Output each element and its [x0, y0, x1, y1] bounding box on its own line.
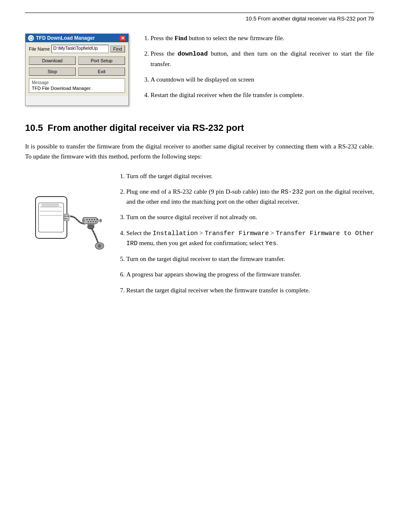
bottom-instructions-ol: Turn off the target digital receiver. Pl…: [117, 171, 374, 295]
svg-point-6: [65, 215, 66, 216]
svg-point-7: [66, 215, 67, 216]
section-title: From another digital receiver via RS-232…: [48, 123, 244, 133]
top-instruction-3: A countdown will be displayed on screen: [151, 75, 374, 84]
bottom-instruction-6: A progress bar appears showing the progr…: [126, 270, 374, 279]
tfd-file-row: File Name D:\MyTask\TopfieldUp Find: [29, 45, 125, 53]
section-bottom: Turn off the target digital receiver. Pl…: [25, 171, 374, 301]
tfd-stop-button[interactable]: Stop: [29, 67, 76, 76]
svg-point-12: [87, 219, 88, 220]
svg-point-14: [92, 219, 93, 220]
svg-point-15: [94, 219, 95, 220]
svg-point-20: [95, 221, 97, 222]
tfd-close-button[interactable]: ✕: [119, 35, 126, 41]
svg-rect-11: [42, 204, 59, 206]
tfd-body: File Name D:\MyTask\TopfieldUp Find Down…: [26, 42, 128, 96]
svg-point-19: [93, 221, 94, 222]
section-body-text: It is possible to transfer the firmware …: [25, 141, 374, 161]
bottom-instruction-1: Turn off the target digital receiver.: [126, 171, 374, 181]
tfd-port-setup-button[interactable]: Port Setup: [78, 56, 125, 65]
tfd-message-text: TFD File Download Manager.: [32, 86, 122, 91]
top-instructions-ol: Press the Find button to select the new …: [141, 33, 374, 100]
page-header-text: 10.5 From another digital receiver via R…: [246, 15, 374, 22]
tfd-title-text: TFD DownLoad Manager: [36, 35, 95, 41]
tfd-file-label: File Name: [29, 46, 50, 51]
tfd-download-button[interactable]: Download: [29, 56, 76, 65]
page: 10.5 From another digital receiver via R…: [0, 0, 399, 532]
svg-point-22: [83, 220, 84, 221]
tfd-file-input[interactable]: D:\MyTask\TopfieldUp: [51, 45, 108, 53]
tfd-exit-button[interactable]: Exit: [78, 67, 125, 76]
tfd-window: ⬡ TFD DownLoad Manager ✕ File Name D:\My…: [25, 33, 129, 106]
svg-rect-1: [38, 203, 64, 232]
svg-point-13: [89, 219, 90, 220]
section-number: 10.5: [25, 123, 43, 133]
svg-point-18: [90, 221, 92, 222]
svg-point-10: [66, 218, 67, 219]
section-top: ⬡ TFD DownLoad Manager ✕ File Name D:\My…: [25, 33, 374, 106]
svg-point-24: [100, 220, 101, 221]
page-header: 10.5 From another digital receiver via R…: [25, 13, 374, 22]
top-instruction-4: Restart the digital receiver when the fi…: [151, 90, 374, 100]
tfd-title-icon: ⬡: [28, 35, 34, 41]
top-instruction-1: Press the Find button to select the new …: [151, 33, 374, 43]
svg-point-9: [65, 218, 66, 219]
tfd-titlebar: ⬡ TFD DownLoad Manager ✕: [26, 34, 128, 42]
svg-point-16: [97, 219, 98, 220]
top-instruction-2: Press the download button, and then turn…: [151, 49, 374, 69]
svg-point-8: [68, 215, 69, 216]
bottom-instructions-list: Turn off the target digital receiver. Pl…: [117, 171, 374, 301]
svg-point-29: [99, 245, 100, 246]
tfd-bottom-buttons-row: Stop Exit: [29, 67, 125, 76]
cable-illustration: [29, 176, 113, 259]
tfd-titlebar-left: ⬡ TFD DownLoad Manager: [28, 35, 95, 41]
svg-point-17: [88, 221, 89, 222]
bottom-instruction-7: Restart the target digital receiver when…: [126, 286, 374, 295]
tfd-find-button[interactable]: Find: [110, 46, 125, 52]
top-instructions-list: Press the Find button to select the new …: [141, 33, 374, 106]
bottom-instruction-5: Turn on the target digital receiver to s…: [126, 254, 374, 264]
tfd-message-label: Message: [32, 80, 122, 85]
bottom-instruction-2: Plug one end of a RS-232 cable (9 pin D-…: [126, 187, 374, 207]
image-area: [25, 171, 117, 259]
svg-rect-5: [64, 214, 69, 221]
bottom-instruction-3: Turn on the source digital receiver if n…: [126, 212, 374, 222]
tfd-message-box: Message TFD File Download Manager.: [29, 78, 125, 93]
bottom-instruction-4: Select the Installation > Transfer Firmw…: [126, 228, 374, 249]
section-heading: 10.5 From another digital receiver via R…: [25, 123, 374, 133]
tfd-top-buttons-row: Download Port Setup: [29, 56, 125, 65]
